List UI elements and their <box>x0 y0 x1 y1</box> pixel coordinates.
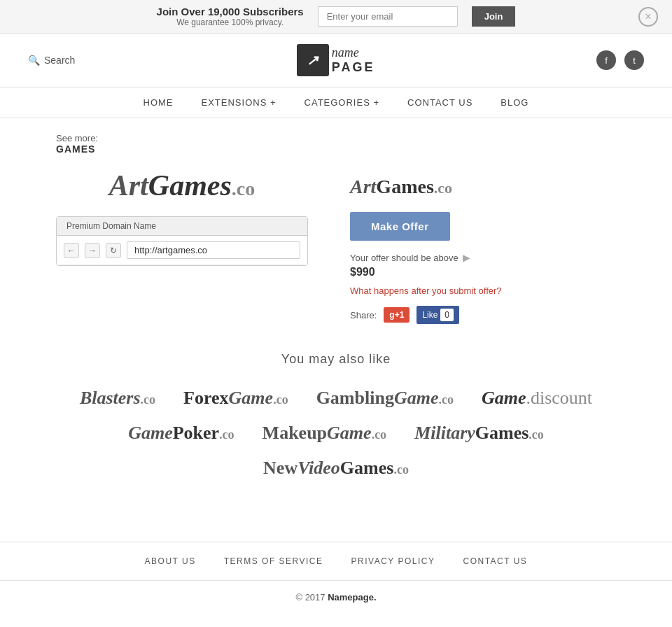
list-item[interactable]: Game.discount <box>482 388 592 409</box>
nav-contact[interactable]: CONTACT US <box>407 97 472 108</box>
copyright-brand: Namepage. <box>328 592 376 603</box>
banner-text: Join Over 19,000 Subscribers We guarante… <box>157 6 304 27</box>
list-item[interactable]: GamblingGame.co <box>316 388 454 409</box>
also-like-title: You may also like <box>56 352 616 367</box>
domain-name-title: ArtGames.co <box>350 176 616 198</box>
fb-count: 0 <box>440 309 454 321</box>
logo-icon: ↗ <box>297 44 329 76</box>
search-icon: 🔍 <box>28 55 40 66</box>
see-more-link[interactable]: GAMES <box>56 143 95 155</box>
main-content: See more: GAMES ArtGames.co Premium Doma… <box>0 118 672 528</box>
footer-terms[interactable]: TERMS OF SERVICE <box>224 556 323 566</box>
facebook-icon[interactable]: f <box>596 50 616 70</box>
list-item[interactable]: ForexGame.co <box>183 388 288 409</box>
close-banner-button[interactable]: × <box>638 7 658 27</box>
nav-categories[interactable]: CATEGORIES + <box>304 97 379 108</box>
google-plus-button[interactable]: g+1 <box>384 307 410 323</box>
see-more-label: See more: <box>56 133 98 143</box>
footer-about[interactable]: ABOUT US <box>145 556 196 566</box>
email-input[interactable] <box>318 6 458 27</box>
back-button[interactable]: ← <box>64 243 79 258</box>
copyright-year: © 2017 <box>295 592 325 603</box>
content-area: ArtGames.co Premium Domain Name ← → ↻ Ar… <box>56 169 616 324</box>
nav-blog[interactable]: BLOG <box>500 97 528 108</box>
offer-hint-text: Your offer should be above <box>350 253 458 263</box>
logo-words: name PAGE <box>332 45 375 74</box>
forward-button[interactable]: → <box>85 243 100 258</box>
browser-frame: Premium Domain Name ← → ↻ <box>56 216 308 266</box>
offer-hint: Your offer should be above ▶ <box>350 252 616 263</box>
fb-like-label: Like <box>422 310 438 320</box>
footer-contact[interactable]: CONTACT US <box>463 556 527 566</box>
banner-headline: Join Over 19,000 Subscribers <box>157 6 304 17</box>
twitter-icon[interactable]: t <box>624 50 644 70</box>
see-more-section: See more: GAMES <box>56 132 616 155</box>
list-item[interactable]: GamePoker.co <box>128 423 234 444</box>
offer-amount: $990 <box>350 266 616 279</box>
main-nav: HOME EXTENSIONS + CATEGORIES + CONTACT U… <box>0 87 672 118</box>
top-banner: Join Over 19,000 Subscribers We guarante… <box>0 0 672 34</box>
what-happens-link[interactable]: What happens after you submit offer? <box>350 286 616 296</box>
search-label: Search <box>44 55 75 66</box>
logo-name: name <box>332 45 375 60</box>
footer-privacy[interactable]: PRIVACY POLICY <box>351 556 435 566</box>
header: 🔍 Search ↗ name PAGE f t <box>0 34 672 87</box>
domain-logo: ArtGames.co <box>56 169 308 202</box>
banner-subline: We guarantee 100% privacy. <box>157 17 304 27</box>
browser-bar: ← → ↻ <box>57 236 307 265</box>
also-like-section: You may also like Blasters.co ForexGame.… <box>56 352 616 479</box>
browser-tab: Premium Domain Name <box>57 217 307 236</box>
refresh-button[interactable]: ↻ <box>106 243 121 258</box>
list-item[interactable]: NewVideoGames.co <box>263 458 409 479</box>
logo-page: PAGE <box>332 60 375 75</box>
nav-extensions[interactable]: EXTENSIONS + <box>202 97 276 108</box>
site-logo[interactable]: ↗ name PAGE <box>297 44 375 76</box>
search-button[interactable]: 🔍 Search <box>28 55 75 66</box>
domain-logo-text: ArtGames.co <box>109 170 255 202</box>
footer-copyright: © 2017 Namepage. <box>0 581 672 614</box>
footer-nav: ABOUT US TERMS OF SERVICE PRIVACY POLICY… <box>0 542 672 581</box>
share-label: Share: <box>350 310 377 320</box>
share-row: Share: g+1 Like 0 <box>350 306 616 324</box>
list-item[interactable]: MakeupGame.co <box>262 423 387 444</box>
join-button[interactable]: Join <box>472 6 516 27</box>
facebook-like-button[interactable]: Like 0 <box>416 306 459 324</box>
list-item[interactable]: MilitaryGames.co <box>414 423 544 444</box>
domain-info: ArtGames.co Make Offer Your offer should… <box>350 169 616 324</box>
domains-grid: Blasters.co ForexGame.co GamblingGame.co… <box>56 388 616 444</box>
social-links: f t <box>596 50 644 70</box>
nav-home[interactable]: HOME <box>144 97 174 108</box>
domain-preview: ArtGames.co Premium Domain Name ← → ↻ <box>56 169 308 266</box>
make-offer-button[interactable]: Make Offer <box>350 212 450 241</box>
list-item[interactable]: Blasters.co <box>80 388 155 409</box>
offer-arrow-icon: ▶ <box>463 252 470 263</box>
url-bar[interactable] <box>127 241 300 259</box>
